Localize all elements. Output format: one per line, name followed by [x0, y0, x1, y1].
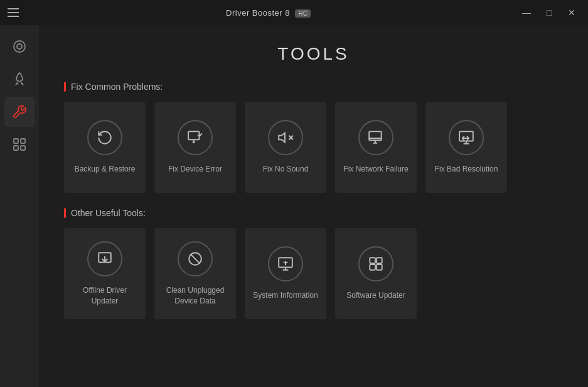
- section1-header: Fix Common Problems:: [64, 82, 563, 92]
- app-title: Driver Booster 8: [226, 8, 290, 18]
- tool-software-updater[interactable]: Software Updater: [335, 228, 417, 319]
- clean-unplugged-icon: [187, 251, 203, 267]
- sidebar: [0, 25, 39, 387]
- tool-offline-driver-updater[interactable]: Offline Driver Updater: [64, 228, 146, 319]
- fix-bad-resolution-label: Fix Bad Resolution: [435, 164, 498, 175]
- sidebar-item-apps[interactable]: [4, 129, 35, 160]
- svg-rect-16: [370, 258, 375, 263]
- svg-rect-17: [377, 258, 382, 263]
- svg-point-0: [14, 41, 25, 52]
- tool-fix-no-sound[interactable]: Fix No Sound: [245, 102, 326, 193]
- system-information-label: System Information: [253, 290, 318, 301]
- svg-rect-5: [21, 146, 25, 150]
- section2-label: Other Useful Tools:: [71, 208, 146, 218]
- tool-system-information[interactable]: System Information: [245, 228, 326, 319]
- section1-label: Fix Common Problems:: [71, 82, 163, 92]
- title-bar: Driver Booster 8 RC — □ ✕: [0, 0, 588, 25]
- tool-fix-network-failure[interactable]: Fix Network Failure: [335, 102, 417, 193]
- clean-unplugged-icon-circle: [178, 241, 213, 276]
- fix-network-failure-label: Fix Network Failure: [343, 164, 408, 175]
- svg-point-1: [17, 44, 22, 49]
- other-tools-grid: Offline Driver Updater Clean Unplugged D…: [64, 228, 563, 319]
- section-bar-2: [64, 208, 66, 218]
- system-information-icon: [277, 256, 294, 272]
- app-body: TOOLS Fix Common Problems: Backup & Rest…: [0, 25, 588, 387]
- close-button[interactable]: ✕: [563, 4, 580, 21]
- title-bar-controls: — □ ✕: [518, 4, 580, 21]
- main-content: TOOLS Fix Common Problems: Backup & Rest…: [39, 25, 588, 387]
- svg-rect-19: [377, 264, 382, 270]
- clean-unplugged-label: Clean Unplugged Device Data: [161, 285, 230, 307]
- software-updater-icon: [368, 256, 384, 272]
- tool-backup-restore[interactable]: Backup & Restore: [64, 102, 146, 193]
- maximize-button[interactable]: □: [540, 4, 558, 21]
- title-bar-center: Driver Booster 8 RC: [226, 7, 311, 18]
- svg-rect-6: [188, 131, 199, 139]
- sidebar-item-home[interactable]: [4, 31, 35, 62]
- fix-network-failure-icon: [368, 129, 384, 146]
- svg-marker-7: [279, 133, 285, 143]
- tool-fix-device-error[interactable]: Fix Device Error: [154, 102, 236, 193]
- software-updater-label: Software Updater: [346, 290, 405, 301]
- fix-network-failure-icon-circle: [358, 120, 393, 155]
- fix-bad-resolution-icon-circle: [449, 120, 484, 155]
- offline-driver-updater-icon: [97, 251, 113, 267]
- tool-clean-unplugged[interactable]: Clean Unplugged Device Data: [154, 228, 236, 319]
- offline-driver-updater-icon-circle: [87, 241, 122, 276]
- tool-fix-bad-resolution[interactable]: Fix Bad Resolution: [425, 102, 507, 193]
- sidebar-item-tools[interactable]: [4, 97, 35, 127]
- hamburger-menu-icon[interactable]: [8, 8, 19, 17]
- section-bar-1: [64, 82, 66, 92]
- rocket-icon: [12, 72, 27, 87]
- app-badge: RC: [295, 9, 310, 18]
- system-information-icon-circle: [268, 246, 303, 281]
- backup-restore-icon-circle: [87, 120, 122, 155]
- sidebar-item-boost[interactable]: [4, 64, 35, 94]
- fix-bad-resolution-icon: [458, 129, 474, 146]
- backup-restore-label: Backup & Restore: [75, 164, 136, 175]
- title-bar-left: [8, 8, 19, 17]
- fix-device-error-label: Fix Device Error: [168, 164, 222, 175]
- svg-rect-18: [370, 264, 375, 270]
- fix-no-sound-label: Fix No Sound: [263, 164, 309, 175]
- wrench-icon: [12, 104, 27, 119]
- svg-rect-10: [369, 131, 382, 140]
- fix-no-sound-icon-circle: [268, 120, 303, 155]
- minimize-button[interactable]: —: [518, 4, 535, 21]
- software-updater-icon-circle: [358, 246, 393, 281]
- offline-driver-updater-label: Offline Driver Updater: [70, 285, 139, 307]
- svg-line-14: [190, 254, 200, 263]
- fix-common-grid: Backup & Restore Fix Device Error: [64, 102, 563, 193]
- svg-rect-3: [21, 139, 25, 143]
- grid-icon: [12, 137, 27, 152]
- section2-header: Other Useful Tools:: [64, 208, 563, 218]
- backup-restore-icon: [97, 129, 113, 146]
- fix-device-error-icon: [187, 129, 203, 146]
- circle-ring-icon: [12, 39, 27, 54]
- svg-rect-4: [14, 146, 18, 150]
- svg-rect-11: [459, 131, 473, 141]
- svg-rect-2: [14, 139, 18, 143]
- fix-device-error-icon-circle: [178, 120, 213, 155]
- page-title: TOOLS: [64, 44, 563, 64]
- fix-no-sound-icon: [277, 129, 294, 146]
